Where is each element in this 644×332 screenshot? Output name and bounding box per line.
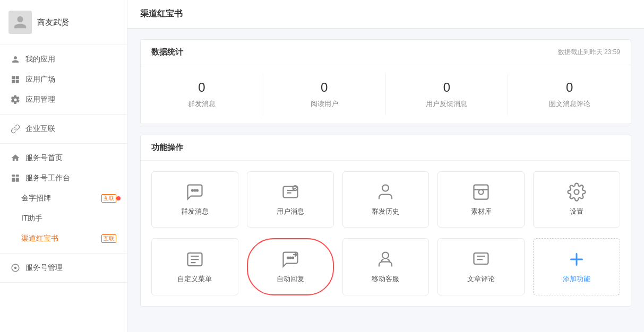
history-icon — [376, 182, 395, 202]
func-label: 添加功能 — [563, 274, 590, 284]
func-label: 群发历史 — [372, 207, 399, 216]
user-icon — [11, 55, 20, 64]
sidebar-item-my-apps[interactable]: 我的应用 — [0, 49, 127, 69]
functions-header: 功能操作 — [141, 135, 631, 161]
svg-point-18 — [382, 252, 389, 259]
stat-label: 用户反馈消息 — [426, 99, 467, 109]
svg-point-10 — [382, 185, 389, 191]
func-auto-reply[interactable]: 自动回复 — [247, 238, 334, 295]
link-icon — [11, 124, 20, 134]
stat-read-users: 0 阅读用户 — [263, 74, 386, 115]
sidebar-item-label: 服务号首页 — [25, 153, 116, 163]
sidebar-item-app-market[interactable]: 应用广场 — [0, 69, 127, 90]
sidebar-item-channel-red[interactable]: 渠道红宝书 互联 — [0, 229, 127, 249]
home-icon — [11, 153, 20, 163]
func-label: 自动回复 — [277, 274, 304, 284]
interlink-tag: 互联 — [101, 234, 116, 243]
func-article-comment[interactable]: 文章评论 — [437, 238, 525, 295]
func-label: 用户消息 — [277, 207, 304, 216]
func-mass-history[interactable]: 群发历史 — [342, 171, 430, 228]
material-icon — [471, 182, 491, 202]
func-label: 设置 — [570, 207, 583, 216]
stat-article-comment: 0 图文消息评论 — [508, 74, 631, 115]
settings-icon — [11, 263, 20, 273]
svg-rect-3 — [16, 178, 19, 182]
func-mobile-service[interactable]: 移动客服 — [342, 238, 430, 295]
sidebar-item-service-manage[interactable]: 服务号管理 — [0, 258, 127, 278]
svg-rect-0 — [12, 174, 15, 177]
func-label: 文章评论 — [467, 274, 495, 284]
func-label: 自定义菜单 — [177, 274, 212, 284]
svg-point-5 — [192, 190, 193, 191]
stat-label: 阅读用户 — [311, 99, 338, 109]
svg-rect-19 — [474, 253, 488, 264]
func-custom-menu[interactable]: 自定义菜单 — [151, 238, 238, 295]
sidebar-item-service-workbench[interactable]: 服务号工作台 — [0, 168, 127, 188]
stat-feedback: 0 用户反馈消息 — [386, 74, 509, 115]
sidebar-item-it-assistant[interactable]: IT助手 — [0, 208, 127, 229]
interlink-tag: 互联 — [101, 194, 116, 203]
stats-note: 数据截止到昨天 23:59 — [558, 48, 620, 57]
func-mass-message[interactable]: 群发消息 — [151, 171, 238, 228]
chat-bubble-icon — [185, 182, 204, 202]
sidebar-section-enterprise: 企业互联 — [0, 115, 127, 144]
comment-icon — [471, 250, 491, 269]
sidebar: 商友武贤 我的应用 应用广场 应用管理 企业互联 — [0, 0, 127, 332]
it-icon — [11, 214, 16, 223]
sidebar-item-label: 我的应用 — [25, 55, 116, 64]
func-label: 移动客服 — [372, 274, 399, 284]
auto-reply-icon — [281, 250, 300, 269]
content-area: 数据统计 数据截止到昨天 23:59 0 群发消息 0 阅读用户 0 用户反馈消… — [127, 29, 644, 328]
stats-header: 数据统计 数据截止到昨天 23:59 — [141, 40, 631, 65]
functions-row-2: 自定义菜单 自动回复 — [141, 238, 631, 306]
func-add-function[interactable]: 添加功能 — [533, 238, 620, 295]
main-content: 渠道红宝书 数据统计 数据截止到昨天 23:59 0 群发消息 0 阅读用户 0 — [127, 0, 644, 332]
sidebar-item-gold-sign[interactable]: 金字招牌 互联 — [0, 188, 127, 208]
sidebar-item-label: 渠道红宝书 — [21, 234, 99, 243]
svg-point-13 — [574, 190, 579, 195]
page-header: 渠道红宝书 — [127, 0, 644, 29]
sidebar-section-service: 服务号首页 服务号工作台 金字招牌 互联 IT助手 渠道红宝书 互联 — [0, 144, 127, 254]
stat-value: 0 — [443, 80, 450, 95]
headset-icon — [376, 250, 395, 269]
sidebar-item-app-manage[interactable]: 应用管理 — [0, 90, 127, 110]
stats-section: 数据统计 数据截止到昨天 23:59 0 群发消息 0 阅读用户 0 用户反馈消… — [140, 39, 631, 124]
svg-point-15 — [287, 257, 289, 259]
gear-icon — [11, 95, 20, 104]
functions-title: 功能操作 — [151, 143, 183, 153]
user-msg-icon — [281, 182, 300, 202]
stat-value: 0 — [566, 80, 573, 95]
stat-value: 0 — [321, 80, 328, 95]
func-label: 素材库 — [471, 207, 492, 216]
sidebar-item-service-home[interactable]: 服务号首页 — [0, 148, 127, 168]
plus-icon — [567, 250, 586, 269]
stats-grid: 0 群发消息 0 阅读用户 0 用户反馈消息 0 图文消息评论 — [141, 65, 631, 124]
settings-gear-icon — [567, 182, 586, 202]
func-material-lib[interactable]: 素材库 — [437, 171, 525, 228]
sidebar-user: 商友武贤 — [0, 0, 127, 45]
func-settings[interactable]: 设置 — [533, 171, 620, 228]
functions-row-1: 群发消息 用户消息 — [141, 161, 631, 238]
stat-label: 图文消息评论 — [549, 99, 590, 109]
menu-icon — [185, 250, 204, 269]
func-user-message[interactable]: 用户消息 — [247, 171, 334, 228]
svg-point-4 — [14, 267, 17, 269]
sidebar-item-enterprise-connect[interactable]: 企业互联 — [0, 119, 127, 139]
svg-rect-11 — [474, 185, 488, 199]
func-label: 群发消息 — [181, 207, 209, 216]
svg-rect-1 — [16, 174, 19, 177]
sidebar-item-label: 企业互联 — [25, 124, 116, 134]
notification-dot — [116, 196, 121, 200]
svg-rect-2 — [12, 178, 15, 182]
gold-sign-icon — [11, 194, 16, 203]
stat-mass-msg: 0 群发消息 — [141, 74, 263, 115]
grid-icon — [11, 75, 20, 84]
svg-point-16 — [289, 257, 291, 259]
functions-section: 功能操作 群发消息 — [140, 135, 631, 307]
stats-title: 数据统计 — [151, 47, 183, 57]
sidebar-item-label: 应用管理 — [25, 95, 116, 104]
avatar — [8, 11, 32, 34]
svg-point-7 — [196, 190, 198, 191]
svg-point-6 — [194, 190, 195, 191]
svg-point-12 — [479, 190, 484, 195]
